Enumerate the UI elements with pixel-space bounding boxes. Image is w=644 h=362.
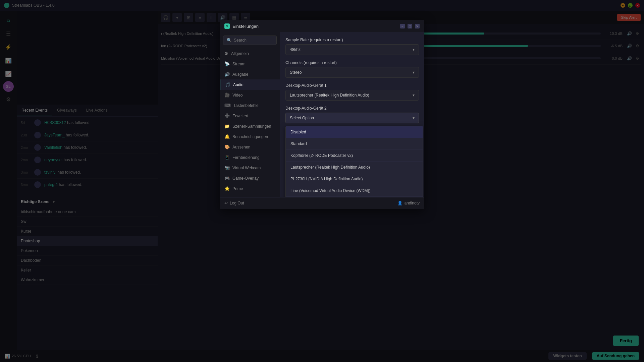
- search-input[interactable]: [234, 38, 273, 43]
- search-box[interactable]: 🔍: [223, 36, 277, 45]
- nav-label-aussehen: Aussehen: [232, 145, 250, 149]
- modal-nav-list: ⚙ Allgemein 📡 Stream 🔊 Ausgabe 🎵 Audio 🎥…: [220, 48, 280, 194]
- nav-icon-szenen_sammlungen: 📁: [224, 124, 230, 129]
- nav-label-fernbedienung: Fernbedienung: [232, 155, 260, 160]
- nav-icon-video: 🎥: [224, 93, 230, 98]
- nav-icon-ausgabe: 🔊: [224, 72, 230, 77]
- dropdown-options-list: DisabledStandardKopfhörer (2- RODE Podca…: [286, 126, 423, 197]
- modal-body: 🔍 ⚙ Allgemein 📡 Stream 🔊 Ausgabe 🎵 Audio…: [220, 32, 424, 197]
- username: andinotv: [405, 201, 420, 205]
- modal-logo-icon: S: [224, 23, 230, 29]
- desktop-audio-1-label: Desktop-Audio-Gerät 1: [285, 83, 419, 88]
- nav-label-stream: Stream: [232, 62, 246, 66]
- desktop-audio-1-arrow-icon: ▾: [413, 93, 415, 98]
- sample-rate-arrow-icon: ▾: [413, 47, 415, 52]
- dropdown-item-lautsprecher[interactable]: Lautsprecher (Realtek High Definition Au…: [286, 162, 423, 173]
- nav-label-audio: Audio: [233, 82, 244, 87]
- nav-icon-prime: ⭐: [224, 186, 230, 191]
- nav-icon-audio: 🎵: [225, 82, 230, 87]
- nav-item-szenen_sammlungen[interactable]: 📁 Szenen-Sammlungen: [220, 121, 280, 131]
- nav-icon-fernbedienung: 📱: [224, 155, 230, 160]
- modal-controls: − □ ✕: [400, 24, 420, 28]
- nav-icon-tastenbefehle: ⌨: [224, 103, 231, 108]
- logout-icon: ↩: [224, 201, 228, 205]
- nav-item-game_overlay[interactable]: 🎮 Game-Overlay: [220, 173, 280, 183]
- nav-icon-allgemein: ⚙: [224, 51, 228, 56]
- modal-footer: ↩ Log Out 👤 andinotv: [220, 197, 424, 209]
- modal-titlebar: S Einstellungen − □ ✕: [220, 20, 424, 32]
- nav-item-ausgabe[interactable]: 🔊 Ausgabe: [220, 69, 280, 79]
- desktop-audio-2-arrow-icon: ▾: [413, 116, 415, 120]
- nav-icon-benachrichtigungen: 🔔: [224, 134, 230, 139]
- desktop-audio-1-select[interactable]: Lautsprecher (Realtek High Definition Au…: [285, 90, 419, 101]
- channels-value: Stereo: [290, 70, 302, 75]
- desktop-audio-2-label: Desktop-Audio-Gerät 2: [285, 106, 419, 111]
- sample-rate-value: 48khz: [290, 47, 301, 52]
- nav-label-virtual_webcam: Virtual Webcam: [232, 166, 261, 170]
- nav-item-video[interactable]: 🎥 Video: [220, 90, 280, 100]
- nav-label-szenen_sammlungen: Szenen-Sammlungen: [232, 124, 271, 129]
- desktop-audio-2-value: Select Option: [290, 116, 314, 120]
- user-info: 👤 andinotv: [397, 201, 420, 205]
- nav-item-erweitert[interactable]: ➕ Erweitert: [220, 111, 280, 121]
- nav-icon-virtual_webcam: 📷: [224, 165, 230, 170]
- user-icon: 👤: [397, 201, 402, 205]
- search-icon: 🔍: [227, 38, 232, 43]
- modal-close-btn[interactable]: ✕: [415, 24, 420, 28]
- settings-modal-overlay: S Einstellungen − □ ✕ 🔍 ⚙ Allgemein: [0, 0, 644, 362]
- dropdown-item-line_voicemod[interactable]: Line (Voicemod Virtual Audio Device (WDM…: [286, 185, 423, 197]
- nav-label-benachrichtigungen: Benachrichtigungen: [232, 134, 268, 139]
- nav-icon-stream: 📡: [224, 61, 230, 66]
- nav-label-prime: Prime: [232, 186, 243, 191]
- nav-item-virtual_webcam[interactable]: 📷 Virtual Webcam: [220, 163, 280, 173]
- channels-label: Channels (requires a restart): [285, 60, 419, 65]
- channels-group: Channels (requires a restart) Stereo ▾: [285, 60, 419, 78]
- modal-title: Einstellungen: [232, 24, 259, 29]
- dropdown-item-standard[interactable]: Standard: [286, 138, 423, 150]
- sample-rate-select[interactable]: 48khz ▾: [285, 44, 419, 55]
- desktop-audio-2-select[interactable]: Select Option ▾: [285, 113, 419, 123]
- nav-item-allgemein[interactable]: ⚙ Allgemein: [220, 48, 280, 59]
- channels-select[interactable]: Stereo ▾: [285, 67, 419, 78]
- nav-label-video: Video: [232, 93, 243, 98]
- nav-label-ausgabe: Ausgabe: [232, 72, 248, 77]
- nav-item-audio[interactable]: 🎵 Audio: [220, 79, 280, 90]
- nav-icon-aussehen: 🎨: [224, 144, 230, 149]
- desktop-audio-2-dropdown: DisabledStandardKopfhörer (2- RODE Podca…: [285, 126, 423, 197]
- modal-sidebar: 🔍 ⚙ Allgemein 📡 Stream 🔊 Ausgabe 🎵 Audio…: [220, 32, 280, 197]
- desktop-audio-1-group: Desktop-Audio-Gerät 1 Lautsprecher (Real…: [285, 83, 419, 101]
- modal-maximize-btn[interactable]: □: [408, 24, 412, 28]
- nav-item-stream[interactable]: 📡 Stream: [220, 59, 280, 69]
- dropdown-item-disabled[interactable]: Disabled: [286, 126, 423, 138]
- settings-content: Sample Rate (requires a restart) 48khz ▾…: [280, 32, 424, 197]
- nav-icon-game_overlay: 🎮: [224, 176, 230, 181]
- modal-minimize-btn[interactable]: −: [400, 24, 405, 28]
- nav-item-benachrichtigungen[interactable]: 🔔 Benachrichtigungen: [220, 131, 280, 142]
- nav-item-tastenbefehle[interactable]: ⌨ Tastenbefehle: [220, 100, 280, 111]
- nav-label-erweitert: Erweitert: [232, 114, 248, 118]
- sample-rate-group: Sample Rate (requires a restart) 48khz ▾: [285, 38, 419, 55]
- nav-item-fernbedienung[interactable]: 📱 Fernbedienung: [220, 152, 280, 163]
- nav-label-tastenbefehle: Tastenbefehle: [233, 103, 259, 108]
- dropdown-item-kopfhorer[interactable]: Kopfhörer (2- RODE Podcaster v2): [286, 150, 423, 162]
- nav-item-prime[interactable]: ⭐ Prime: [220, 183, 280, 194]
- nav-label-allgemein: Allgemein: [231, 51, 249, 56]
- dropdown-item-pl2730h[interactable]: PL2730H (NVIDIA High Definition Audio): [286, 173, 423, 185]
- settings-modal: S Einstellungen − □ ✕ 🔍 ⚙ Allgemein: [220, 20, 424, 209]
- desktop-audio-2-group: Desktop-Audio-Gerät 2 Select Option ▾ Di…: [285, 106, 419, 123]
- sample-rate-label: Sample Rate (requires a restart): [285, 38, 419, 42]
- dropdown-item-24b1w[interactable]: 24B1W (NVIDIA High Definition Audio): [286, 197, 423, 197]
- nav-icon-erweitert: ➕: [224, 113, 230, 118]
- logout-button[interactable]: ↩ Log Out: [224, 201, 244, 205]
- nav-item-aussehen[interactable]: 🎨 Aussehen: [220, 142, 280, 152]
- channels-arrow-icon: ▾: [413, 70, 415, 75]
- desktop-audio-1-value: Lautsprecher (Realtek High Definition Au…: [290, 93, 369, 98]
- nav-label-game_overlay: Game-Overlay: [232, 176, 259, 181]
